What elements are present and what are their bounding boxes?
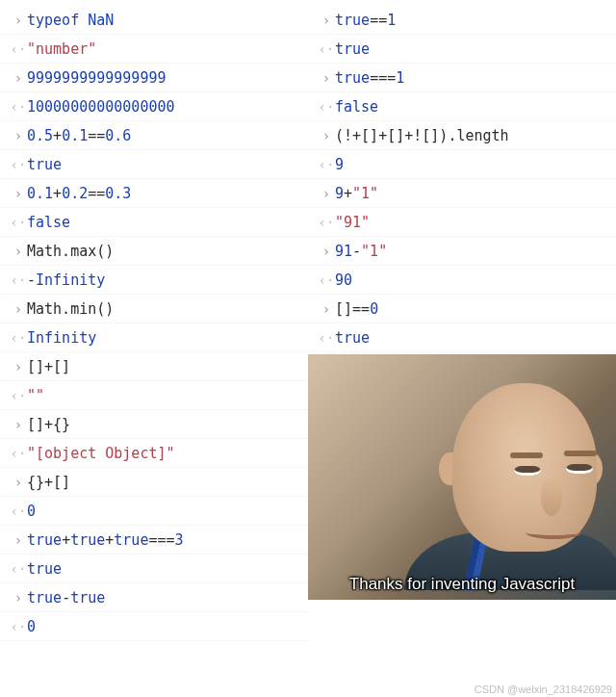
console-output-row: ‹·0 — [0, 497, 308, 526]
code-text: true==1 — [335, 12, 610, 29]
code-text: "[object Object]" — [27, 445, 302, 462]
console-output-row: ‹·false — [308, 92, 616, 121]
chevron-left-icon: ‹· — [10, 561, 27, 577]
chevron-right-icon: › — [318, 128, 335, 143]
chevron-right-icon: › — [318, 186, 335, 201]
console-input-row: ›true+true+true===3 — [0, 526, 308, 555]
console-output-row: ‹·true — [308, 35, 616, 64]
console-input-row: ›[]==0 — [308, 295, 616, 323]
chevron-left-icon: ‹· — [318, 41, 335, 57]
chevron-right-icon: › — [10, 301, 27, 317]
chevron-left-icon: ‹· — [10, 272, 27, 288]
console-output-row: ‹·"" — [0, 381, 308, 410]
code-text: 0.1+0.2==0.3 — [27, 185, 302, 202]
code-text: false — [335, 98, 610, 116]
console-input-row: ›{}+[] — [0, 468, 308, 497]
console-input-row: ›Math.max() — [0, 237, 308, 266]
console-output-row: ‹·9 — [308, 150, 616, 179]
console-input-row: ›0.5+0.1==0.6 — [0, 121, 308, 150]
code-text: Math.max() — [27, 243, 302, 260]
console-output-row: ‹·0 — [0, 612, 308, 641]
console-output-row: ‹·90 — [308, 266, 616, 295]
console-input-row: ›[]+[] — [0, 352, 308, 381]
console-input-row: ›(!+[]+[]+![]).length — [308, 121, 616, 150]
console-output-row: ‹·true — [308, 323, 616, 352]
meme-image: Thanks for inventing Javascript — [308, 354, 616, 600]
chevron-left-icon: ‹· — [10, 157, 27, 172]
code-text: 0 — [27, 503, 302, 520]
code-text: false — [27, 214, 302, 231]
chevron-left-icon: ‹· — [10, 99, 27, 115]
chevron-right-icon: › — [10, 417, 27, 432]
chevron-right-icon: › — [318, 244, 335, 259]
code-text: typeof NaN — [27, 12, 302, 29]
chevron-right-icon: › — [10, 244, 27, 259]
code-text: Math.min() — [27, 300, 302, 318]
code-text: 10000000000000000 — [27, 98, 302, 116]
code-text: []+{} — [27, 416, 302, 433]
chevron-right-icon: › — [10, 13, 27, 28]
code-text: 9999999999999999 — [27, 69, 302, 87]
chevron-right-icon: › — [318, 70, 335, 86]
code-text: 91-"1" — [335, 243, 610, 260]
code-text: Infinity — [27, 329, 302, 347]
console-output-row: ‹·true — [0, 150, 308, 179]
chevron-left-icon: ‹· — [10, 215, 27, 230]
code-text: []+[] — [27, 358, 302, 375]
code-text: 9+"1" — [335, 185, 610, 202]
console-left: ›typeof NaN‹·"number"›9999999999999999‹·… — [0, 6, 308, 641]
chevron-right-icon: › — [318, 301, 335, 317]
code-text: true===1 — [335, 69, 610, 87]
code-text: 9 — [335, 156, 610, 173]
console-input-row: ›true===1 — [308, 64, 616, 92]
console-output-row: ‹·"91" — [308, 208, 616, 237]
code-text: 90 — [335, 271, 610, 289]
chevron-left-icon: ‹· — [10, 330, 27, 346]
console-input-row: ›91-"1" — [308, 237, 616, 266]
chevron-left-icon: ‹· — [318, 99, 335, 115]
code-text: 0.5+0.1==0.6 — [27, 127, 302, 144]
console-output-row: ‹·false — [0, 208, 308, 237]
console-output-row: ‹·Infinity — [0, 323, 308, 352]
code-text: {}+[] — [27, 474, 302, 491]
chevron-left-icon: ‹· — [10, 446, 27, 461]
chevron-left-icon: ‹· — [318, 272, 335, 288]
code-text: "number" — [27, 40, 302, 58]
chevron-right-icon: › — [10, 128, 27, 143]
console-input-row: ›0.1+0.2==0.3 — [0, 179, 308, 208]
console-output-row: ‹·"[object Object]" — [0, 439, 308, 468]
chevron-right-icon: › — [10, 475, 27, 490]
meme-caption: Thanks for inventing Javascript — [308, 575, 616, 594]
chevron-right-icon: › — [10, 186, 27, 201]
code-text: true+true+true===3 — [27, 531, 302, 549]
code-text: (!+[]+[]+![]).length — [335, 127, 610, 144]
console-input-row: ›9+"1" — [308, 179, 616, 208]
chevron-right-icon: › — [10, 532, 27, 548]
chevron-left-icon: ‹· — [10, 41, 27, 57]
chevron-left-icon: ‹· — [318, 215, 335, 230]
chevron-left-icon: ‹· — [318, 157, 335, 172]
code-text: "91" — [335, 214, 610, 231]
code-text: "" — [27, 387, 302, 404]
code-text: []==0 — [335, 300, 610, 318]
chevron-left-icon: ‹· — [10, 503, 27, 519]
console-output-row: ‹·-Infinity — [0, 266, 308, 295]
console-output-row: ‹·10000000000000000 — [0, 92, 308, 121]
chevron-right-icon: › — [10, 359, 27, 374]
code-text: true — [335, 329, 610, 347]
chevron-left-icon: ‹· — [10, 388, 27, 403]
console-input-row: ›Math.min() — [0, 295, 308, 323]
chevron-right-icon: › — [10, 590, 27, 606]
console-input-row: ›true-true — [0, 583, 308, 612]
console-input-row: ›typeof NaN — [0, 6, 308, 35]
code-text: 0 — [27, 618, 302, 635]
watermark-text: CSDN @weixin_2318426929 — [475, 684, 612, 695]
console-input-row: ›9999999999999999 — [0, 64, 308, 92]
code-text: true-true — [27, 589, 302, 607]
chevron-left-icon: ‹· — [10, 619, 27, 634]
console-input-row: ›[]+{} — [0, 410, 308, 439]
console-output-row: ‹·true — [0, 555, 308, 583]
console-input-row: ›true==1 — [308, 6, 616, 35]
chevron-right-icon: › — [318, 13, 335, 28]
code-text: -Infinity — [27, 271, 302, 289]
